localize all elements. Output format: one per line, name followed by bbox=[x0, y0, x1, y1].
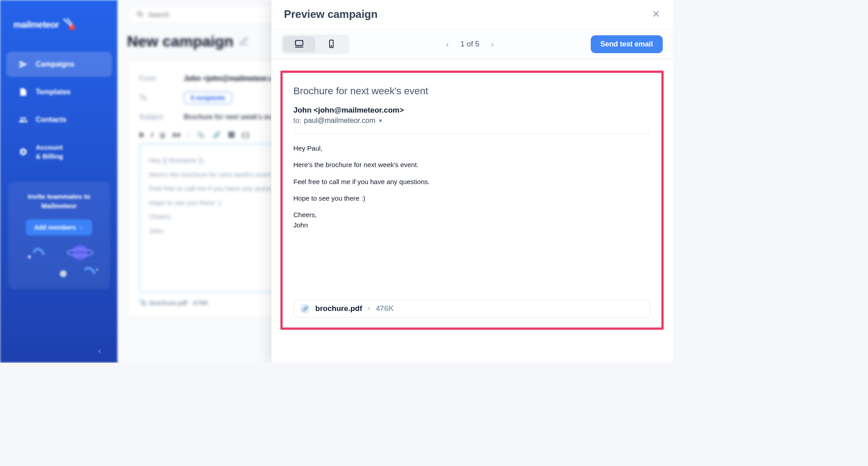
email-body: Hey Paul, Here's the brochure for next w… bbox=[293, 143, 651, 231]
desktop-view-button[interactable] bbox=[283, 36, 315, 52]
desktop-icon bbox=[294, 39, 304, 50]
email-to-row[interactable]: to: paul@mailmeteor.com ▼ bbox=[293, 117, 651, 125]
collapse-sidebar-icon[interactable]: ‹ bbox=[98, 346, 101, 356]
attachment-icon: 🔗 bbox=[300, 304, 310, 314]
pager-next-button[interactable]: › bbox=[489, 38, 495, 51]
pager: ‹ 1 of 5 › bbox=[445, 38, 496, 51]
email-to-label: to: bbox=[293, 117, 301, 125]
subject-label: Subject bbox=[139, 113, 170, 121]
from-label: From bbox=[139, 75, 170, 83]
sidebar-item-label: Contacts bbox=[36, 116, 66, 124]
modal-toolbar: ‹ 1 of 5 › Send test email bbox=[271, 29, 673, 60]
search-placeholder: Search bbox=[148, 11, 169, 18]
device-toggle bbox=[281, 34, 349, 54]
modal-title: Preview campaign bbox=[284, 8, 377, 21]
sidebar-item-contacts[interactable]: Contacts bbox=[6, 107, 112, 132]
people-icon bbox=[19, 115, 28, 124]
attachment-icon[interactable]: 📎 bbox=[197, 131, 205, 139]
svg-point-4 bbox=[28, 256, 31, 258]
attachment-chip[interactable]: 🔗 brochure.pdf • 476K bbox=[293, 300, 651, 318]
sidebar-item-campaigns[interactable]: Campaigns bbox=[6, 52, 112, 77]
divider bbox=[293, 134, 651, 134]
recipients-chip[interactable]: 5 recipients bbox=[184, 92, 232, 104]
invite-card: Invite teammates to Mailmeteor Add membe… bbox=[8, 182, 110, 289]
preview-campaign-modal: Preview campaign ✕ ‹ 1 of 5 › Send test … bbox=[271, 0, 673, 363]
edit-icon[interactable] bbox=[239, 33, 249, 50]
close-icon: ✕ bbox=[652, 8, 660, 20]
svg-rect-7 bbox=[296, 40, 303, 45]
close-button[interactable]: ✕ bbox=[652, 9, 660, 19]
sidebar-item-label: Templates bbox=[36, 88, 71, 96]
mobile-view-button[interactable] bbox=[315, 36, 347, 52]
image-icon[interactable]: 🖼 bbox=[228, 131, 235, 139]
attachment-name: brochure.pdf bbox=[315, 304, 362, 313]
search-icon bbox=[136, 10, 144, 19]
italic-icon[interactable]: I bbox=[151, 131, 153, 139]
svg-point-3 bbox=[60, 270, 67, 277]
pager-prev-button[interactable]: ‹ bbox=[445, 38, 451, 51]
variable-icon[interactable]: { } bbox=[242, 131, 249, 139]
gear-icon bbox=[19, 147, 28, 156]
sidebar-item-label: Account & Billing bbox=[36, 143, 63, 160]
to-label: To bbox=[139, 94, 170, 102]
logo: mailmeteor bbox=[0, 9, 118, 49]
send-test-email-button[interactable]: Send test email bbox=[591, 35, 663, 53]
bold-icon[interactable]: B bbox=[139, 131, 144, 139]
svg-point-6 bbox=[138, 12, 142, 16]
sidebar-item-label: Campaigns bbox=[36, 60, 74, 68]
preview-frame: Brochure for next week's event John <joh… bbox=[280, 71, 664, 330]
sidebar-item-templates[interactable]: Templates bbox=[6, 80, 112, 105]
chevron-down-icon: ▼ bbox=[378, 118, 383, 123]
preview-wrapper: Brochure for next week's event John <joh… bbox=[271, 60, 673, 340]
link-icon[interactable]: 🔗 bbox=[212, 131, 221, 139]
pager-text: 1 of 5 bbox=[461, 40, 480, 49]
modal-header: Preview campaign ✕ bbox=[271, 0, 673, 29]
underline-icon[interactable]: U bbox=[160, 131, 165, 139]
email-to-value: paul@mailmeteor.com bbox=[304, 117, 375, 125]
space-illustration bbox=[13, 240, 106, 285]
mobile-icon bbox=[327, 39, 336, 50]
text-color-icon[interactable]: A▾ bbox=[172, 131, 181, 139]
svg-point-1 bbox=[72, 245, 88, 260]
email-from: John <john@mailmeteor.com> bbox=[293, 106, 651, 115]
subject-value[interactable]: Brochure for next week's event bbox=[184, 113, 282, 121]
add-members-button[interactable]: Add members → bbox=[26, 219, 92, 235]
sidebar: mailmeteor Campaigns Templates Contacts … bbox=[0, 0, 118, 363]
chevron-right-icon: › bbox=[491, 40, 494, 49]
file-icon bbox=[19, 88, 28, 97]
svg-point-9 bbox=[331, 46, 332, 46]
invite-title: Invite teammates to Mailmeteor bbox=[15, 192, 103, 210]
chevron-left-icon: ‹ bbox=[446, 40, 449, 49]
attachment-size: 476K bbox=[376, 304, 394, 313]
svg-point-5 bbox=[96, 269, 98, 270]
send-icon bbox=[19, 60, 28, 69]
sidebar-item-account-billing[interactable]: Account & Billing bbox=[6, 135, 112, 168]
meteor-icon bbox=[63, 18, 76, 31]
brand-name: mailmeteor bbox=[13, 20, 59, 30]
email-subject: Brochure for next week's event bbox=[293, 85, 651, 97]
